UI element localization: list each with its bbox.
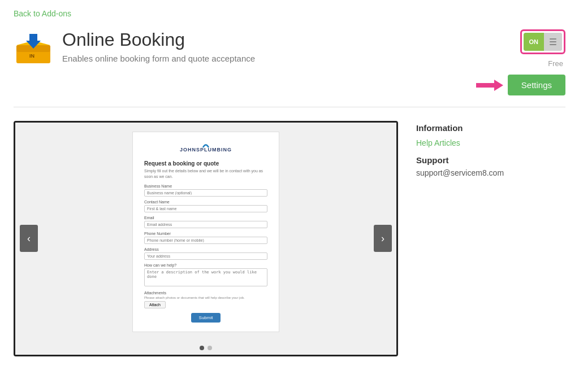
addon-icon: IN <box>14 29 53 66</box>
submit-button[interactable]: Submit <box>191 313 221 323</box>
addon-description: Enables online booking form and quote ac… <box>62 54 255 63</box>
arrow-settings-row: Settings <box>476 75 565 95</box>
info-heading: Information <box>416 123 529 133</box>
svg-text:IN: IN <box>29 53 34 59</box>
pink-arrow-icon <box>476 79 503 92</box>
toggle-switch[interactable]: ON <box>524 33 563 51</box>
help-label: How can we help? <box>144 263 267 267</box>
email-field: Email <box>144 216 267 228</box>
main-content: ‹ JOHNSPLUMBING <box>14 121 565 356</box>
phone-label: Phone Number <box>144 232 267 236</box>
svg-marker-4 <box>476 80 503 91</box>
attachments-label: Attachments <box>144 291 267 295</box>
back-to-addons-link[interactable]: Back to Add-ons <box>14 9 71 18</box>
toggle-lines <box>544 33 562 51</box>
brand-logo: JOHNSPLUMBING <box>144 141 267 155</box>
attachments-note: Please attach photos or documents that w… <box>144 296 267 299</box>
carousel-dot-2[interactable] <box>208 346 212 350</box>
form-subtitle: Simply fill out the details below and we… <box>144 168 267 180</box>
toggle-container[interactable]: ON <box>520 29 566 54</box>
form-heading: Request a booking or quote <box>144 160 267 167</box>
addon-header: IN Online Booking Enables online booking… <box>14 29 565 107</box>
help-textarea[interactable] <box>144 268 267 286</box>
address-field: Address <box>144 247 267 260</box>
price-label: Free <box>548 59 565 68</box>
phone-input[interactable] <box>144 237 267 244</box>
address-label: Address <box>144 247 267 251</box>
email-label: Email <box>144 216 267 220</box>
info-section: Information Help Articles Support suppor… <box>416 121 529 356</box>
email-input[interactable] <box>144 221 267 228</box>
addon-info: IN Online Booking Enables online booking… <box>14 29 255 66</box>
business-name-field: Business Name <box>144 184 267 197</box>
booking-form-header: JOHNSPLUMBING <box>144 141 267 155</box>
help-articles-link[interactable]: Help Articles <box>416 138 529 147</box>
addon-title: Online Booking <box>62 29 255 50</box>
help-field: How can we help? <box>144 263 267 288</box>
carousel-dots <box>15 341 396 355</box>
booking-form: JOHNSPLUMBING Request a booking or quote… <box>132 132 279 332</box>
carousel-section: ‹ JOHNSPLUMBING <box>14 121 398 356</box>
carousel-slide: JOHNSPLUMBING Request a booking or quote… <box>15 123 396 341</box>
settings-button[interactable]: Settings <box>508 75 565 95</box>
carousel-next-button[interactable]: › <box>374 225 392 252</box>
addon-controls: ON Free Settings <box>475 29 565 95</box>
business-name-input[interactable] <box>144 189 267 197</box>
attach-button[interactable]: Attach <box>144 301 166 308</box>
contact-name-label: Contact Name <box>144 200 267 204</box>
carousel-dot-1[interactable] <box>200 346 204 350</box>
phone-field: Phone Number <box>144 232 267 244</box>
svg-text:JOHNSPLUMBING: JOHNSPLUMBING <box>180 147 232 153</box>
business-name-label: Business Name <box>144 184 267 188</box>
toggle-on-label: ON <box>524 33 545 51</box>
contact-name-input[interactable] <box>144 205 267 212</box>
attachments-field: Attachments Please attach photos or docu… <box>144 291 267 308</box>
support-email: support@servicem8.com <box>416 168 529 177</box>
support-label: Support <box>416 155 529 165</box>
carousel-prev-button[interactable]: ‹ <box>20 225 38 252</box>
address-input[interactable] <box>144 252 267 260</box>
carousel-inner: JOHNSPLUMBING Request a booking or quote… <box>15 123 396 341</box>
addon-text: Online Booking Enables online booking fo… <box>62 29 255 63</box>
contact-name-field: Contact Name <box>144 200 267 212</box>
carousel: ‹ JOHNSPLUMBING <box>14 121 398 356</box>
